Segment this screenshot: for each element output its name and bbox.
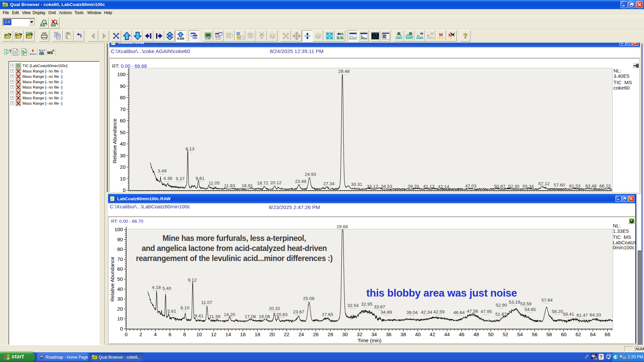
svg-text:22: 22	[284, 331, 290, 337]
svg-text:52.90: 52.90	[496, 303, 507, 308]
svg-text:14.20: 14.20	[224, 312, 235, 317]
svg-text:61.47: 61.47	[577, 313, 588, 318]
svg-text:0min100c: 0min100c	[613, 245, 635, 250]
svg-text:28: 28	[328, 331, 333, 337]
svg-text:?: ?	[463, 32, 467, 40]
svg-text:60: 60	[120, 118, 126, 123]
svg-text:18.72: 18.72	[257, 180, 268, 186]
svg-text:6: 6	[168, 331, 171, 337]
svg-text:70: 70	[117, 256, 123, 262]
svg-text:25.08: 25.08	[303, 296, 314, 301]
svg-text:46.64: 46.64	[453, 310, 465, 315]
svg-text:32.54: 32.54	[347, 303, 359, 308]
svg-text:58.20: 58.20	[552, 309, 563, 314]
svg-text:50: 50	[120, 130, 126, 135]
svg-text:34: 34	[371, 331, 377, 337]
svg-text:a.x.z: a.x.z	[30, 52, 36, 55]
svg-text:53.59: 53.59	[520, 301, 532, 306]
svg-text:57.12: 57.12	[538, 181, 550, 186]
svg-text:RT:: RT:	[111, 219, 118, 224]
svg-text:Time (min): Time (min)	[357, 338, 381, 343]
svg-text:56: 56	[532, 331, 538, 337]
svg-text:100: 100	[114, 226, 123, 232]
svg-text:40: 40	[120, 141, 126, 147]
svg-text:0: 0	[125, 331, 128, 337]
svg-text:5.37: 5.37	[176, 176, 185, 181]
svg-text:20.83: 20.83	[276, 312, 288, 317]
svg-text:100: 100	[117, 71, 126, 77]
svg-text:80: 80	[117, 246, 123, 252]
svg-text:rearrangement of the levulinic: rearrangement of the levulinic acid...mi…	[136, 254, 333, 263]
svg-text:53.19: 53.19	[509, 300, 520, 305]
svg-text:40: 40	[415, 331, 421, 337]
svg-text:66: 66	[605, 331, 610, 337]
svg-text:2: 2	[139, 331, 142, 337]
svg-text:11.05: 11.05	[209, 180, 220, 186]
svg-text:and angelica lactone from acid: and angelica lactone from acid-catalyzed…	[142, 244, 327, 253]
svg-text:20: 20	[117, 306, 123, 312]
svg-text:30: 30	[117, 296, 123, 302]
svg-text:58: 58	[546, 331, 552, 337]
svg-text:64: 64	[590, 331, 596, 337]
svg-text:5.40: 5.40	[162, 286, 171, 291]
svg-text:39.04: 39.04	[406, 310, 418, 315]
svg-text:TIC MS: TIC MS	[613, 234, 631, 240]
svg-text:TIC: TIC	[16, 64, 20, 66]
svg-text:0.00 - 66.70: 0.00 - 66.70	[119, 219, 143, 224]
svg-text:18: 18	[255, 331, 260, 337]
svg-text:34.53: 34.53	[381, 184, 392, 189]
svg-text:0: 0	[120, 326, 123, 331]
svg-text:TIC MS: TIC MS	[613, 80, 632, 85]
svg-text:20.32: 20.32	[269, 306, 280, 311]
svg-text:39.70: 39.70	[408, 184, 419, 189]
svg-text:90: 90	[120, 83, 126, 89]
svg-text:11.07: 11.07	[201, 300, 212, 305]
svg-text:30: 30	[120, 153, 126, 158]
svg-text:Relative Abundance: Relative Abundance	[109, 257, 115, 301]
svg-text:20: 20	[120, 164, 126, 170]
svg-text:90: 90	[117, 237, 123, 242]
svg-text:60: 60	[561, 331, 566, 337]
svg-text:M: M	[439, 32, 443, 37]
svg-text:RT:: RT:	[112, 63, 119, 69]
svg-text:62: 62	[576, 331, 581, 337]
svg-text:52.30: 52.30	[508, 184, 519, 189]
svg-text:4: 4	[154, 331, 157, 337]
svg-text:11.93: 11.93	[224, 183, 235, 188]
svg-text:33.67: 33.67	[374, 304, 385, 309]
svg-text:16.91: 16.91	[242, 183, 253, 188]
svg-text:70: 70	[120, 106, 126, 112]
svg-text:57.60: 57.60	[554, 183, 565, 188]
svg-text:64.33: 64.33	[590, 312, 601, 317]
svg-text:50.87: 50.87	[494, 184, 505, 189]
svg-text:47.03: 47.03	[465, 184, 477, 189]
svg-text:80: 80	[120, 95, 126, 100]
svg-text:this blobby area was just nois: this blobby area was just noise	[366, 287, 517, 299]
svg-text:?: ?	[600, 354, 602, 359]
svg-text:9.41: 9.41	[195, 313, 203, 318]
svg-text:27.65: 27.65	[322, 312, 333, 317]
svg-text:17.06: 17.06	[245, 314, 256, 319]
svg-text:52: 52	[503, 331, 508, 337]
svg-text:23.48: 23.48	[295, 179, 306, 184]
svg-text:NL:: NL:	[613, 223, 621, 228]
svg-text:26: 26	[313, 331, 319, 337]
svg-text:coke60: coke60	[613, 85, 630, 91]
svg-text:36: 36	[386, 331, 392, 337]
svg-text:32: 32	[357, 331, 362, 337]
svg-text:54.65: 54.65	[525, 307, 536, 312]
svg-text:0-100: 0-100	[177, 37, 184, 40]
svg-text:NL:: NL:	[613, 68, 621, 73]
svg-text:19.06: 19.06	[259, 314, 270, 319]
svg-text:48: 48	[474, 331, 479, 337]
svg-text:44: 44	[444, 331, 450, 337]
svg-text:29.68: 29.68	[337, 224, 348, 229]
svg-text:a.x.z: a.x.z	[39, 49, 45, 52]
svg-text:8.10: 8.10	[181, 305, 189, 310]
svg-text:30.31: 30.31	[351, 182, 362, 187]
svg-text:23.67: 23.67	[293, 309, 304, 314]
svg-text:Mine has more furfurals, less: Mine has more furfurals, less a-terpineo…	[162, 234, 306, 243]
svg-text:66.23: 66.23	[599, 184, 611, 189]
svg-text:60: 60	[117, 266, 123, 272]
svg-text:61.53: 61.53	[569, 184, 581, 189]
